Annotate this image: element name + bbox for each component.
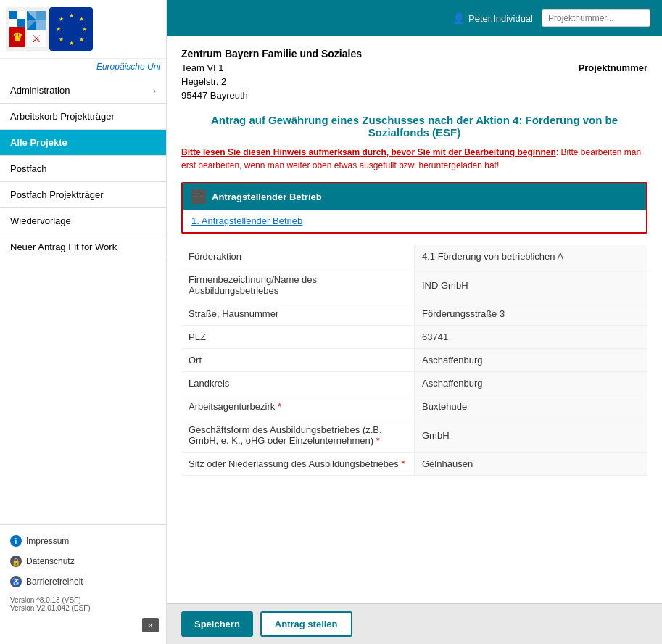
svg-rect-4 xyxy=(9,19,17,27)
form-value: 63741 xyxy=(415,326,648,349)
table-row: OrtAschaffenburg xyxy=(181,349,647,372)
sidebar-item-postfach-pt[interactable]: Postfach Projektträger xyxy=(0,182,166,208)
projektnummer-label: Projektnummer xyxy=(579,62,647,73)
svg-text:★: ★ xyxy=(56,26,61,33)
info-icon: i xyxy=(10,535,22,547)
section-title: Antragstellender Betrieb xyxy=(212,191,322,202)
section-header[interactable]: − Antragstellender Betrieb xyxy=(183,183,646,210)
content-area: Zentrum Bayern Familie und Soziales Team… xyxy=(167,36,662,644)
org-city: 95447 Bayreuth xyxy=(181,90,647,101)
collapse-sidebar-button-area: « xyxy=(0,615,166,638)
table-row: Straße, HausnummerFörderungsstraße 3 xyxy=(181,302,647,326)
org-street: Hegelstr. 2 xyxy=(181,76,647,87)
svg-text:★: ★ xyxy=(69,12,74,19)
logo-area: ♛ ⚔ ★ ★ ★ ★ ★ ★ ★ ★ xyxy=(0,0,166,59)
form-label: Förderaktion xyxy=(181,245,415,268)
sidebar-item-arbeitskorb[interactable]: Arbeitskorb Projektträger xyxy=(0,104,166,130)
svg-text:★: ★ xyxy=(79,36,84,43)
accessibility-icon: ♿ xyxy=(10,576,22,587)
form-label: Arbeitsagenturbezirk * xyxy=(181,395,415,418)
form-value: Aschaffenburg xyxy=(415,372,648,395)
user-info: 👤 Peter.Individual xyxy=(452,12,533,24)
warning-bold-text: Bitte lesen Sie diesen Hinweis aufmerksa… xyxy=(181,147,556,157)
barrierefreiheit-link[interactable]: ♿ Barrierefreiheit xyxy=(0,571,166,592)
project-number-input[interactable] xyxy=(542,9,650,27)
submit-button[interactable]: Antrag stellen xyxy=(260,611,352,637)
sidebar: ♛ ⚔ ★ ★ ★ ★ ★ ★ ★ ★ Europäische Uni Admi… xyxy=(0,0,167,644)
topbar: 👤 Peter.Individual xyxy=(167,0,662,36)
datenschutz-link[interactable]: 🔒 Datenschutz xyxy=(0,551,166,571)
svg-text:★: ★ xyxy=(59,36,64,43)
bavaria-logo: ♛ ⚔ xyxy=(6,7,49,51)
form-value: IND GmbH xyxy=(415,268,648,302)
form-value: Gelnhausen xyxy=(415,453,648,476)
eu-logo: ★ ★ ★ ★ ★ ★ ★ ★ xyxy=(49,7,93,51)
form-label: Ort xyxy=(181,349,415,372)
svg-rect-5 xyxy=(17,19,25,27)
org-name: Zentrum Bayern Familie und Soziales xyxy=(181,48,647,59)
warning-box: Bitte lesen Sie diesen Hinweis aufmerksa… xyxy=(181,146,647,172)
table-row: Arbeitsagenturbezirk *Buxtehude xyxy=(181,395,647,418)
svg-rect-3 xyxy=(17,11,25,19)
svg-text:♛: ♛ xyxy=(12,31,22,44)
form-value: 4.1 Förderung von betrieblichen A xyxy=(415,245,648,268)
form-label: Geschäftsform des Ausbildungsbetriebes (… xyxy=(181,418,415,453)
sidebar-nav: Administration › Arbeitskorb Projektträg… xyxy=(0,78,166,260)
form-value: Buxtehude xyxy=(415,395,648,418)
project-header-row: Team VI 1 Projektnummer xyxy=(181,62,647,75)
form-table: Förderaktion4.1 Förderung von betrieblic… xyxy=(181,245,647,476)
svg-text:★: ★ xyxy=(79,16,84,22)
section-link[interactable]: 1. Antragstellender Betrieb xyxy=(183,210,646,232)
version-label: Version ^8.0.13 (VSF)Version V2.01.042 (… xyxy=(0,592,166,615)
table-row: PLZ63741 xyxy=(181,326,647,349)
form-label: Firmenbezeichnung/Name des Ausbildungsbe… xyxy=(181,268,415,302)
form-label: Straße, Hausnummer xyxy=(181,302,415,326)
svg-marker-10 xyxy=(36,11,46,20)
username-label: Peter.Individual xyxy=(468,13,533,24)
table-row: Förderaktion4.1 Förderung von betrieblic… xyxy=(181,245,647,268)
svg-text:★: ★ xyxy=(82,26,87,33)
svg-text:★: ★ xyxy=(69,40,74,46)
shield-icon: 🔒 xyxy=(10,556,22,567)
antrag-title: Antrag auf Gewährung eines Zuschusses na… xyxy=(181,114,647,139)
sidebar-item-alle-projekte[interactable]: Alle Projekte xyxy=(0,130,166,156)
impressum-link[interactable]: i Impressum xyxy=(0,531,166,551)
sidebar-footer: i Impressum 🔒 Datenschutz ♿ Barrierefrei… xyxy=(0,524,166,644)
bottombar: Speichern Antrag stellen xyxy=(167,603,662,644)
svg-text:⚔: ⚔ xyxy=(32,33,41,44)
svg-rect-2 xyxy=(9,11,17,19)
chevron-right-icon: › xyxy=(153,86,156,95)
form-value: Förderungsstraße 3 xyxy=(415,302,648,326)
svg-text:★: ★ xyxy=(59,16,64,22)
sidebar-item-wiedervorlage[interactable]: Wiedervorlage xyxy=(0,208,166,234)
table-row: Firmenbezeichnung/Name des Ausbildungsbe… xyxy=(181,268,647,302)
form-value: GmbH xyxy=(415,418,648,453)
form-label: Landkreis xyxy=(181,372,415,395)
table-row: Geschäftsform des Ausbildungsbetriebes (… xyxy=(181,418,647,453)
svg-marker-12 xyxy=(36,20,46,30)
save-button[interactable]: Speichern xyxy=(181,611,253,637)
main-area: 👤 Peter.Individual Zentrum Bayern Famili… xyxy=(167,0,662,644)
form-label: Sitz oder Niederlassung des Ausbildungsb… xyxy=(181,453,415,476)
org-team: Team VI 1 xyxy=(181,62,224,73)
form-label: PLZ xyxy=(181,326,415,349)
collapse-sidebar-button[interactable]: « xyxy=(142,618,159,632)
antragstellender-betrieb-section: − Antragstellender Betrieb 1. Antragstel… xyxy=(181,182,647,234)
table-row: LandkreisAschaffenburg xyxy=(181,372,647,395)
sidebar-item-neuer-antrag[interactable]: Neuer Antrag Fit for Work xyxy=(0,234,166,260)
sidebar-item-postfach[interactable]: Postfach xyxy=(0,156,166,182)
user-icon: 👤 xyxy=(452,12,465,24)
table-row: Sitz oder Niederlassung des Ausbildungsb… xyxy=(181,453,647,476)
form-value: Aschaffenburg xyxy=(415,349,648,372)
sidebar-item-administration[interactable]: Administration › xyxy=(0,78,166,104)
collapse-section-button[interactable]: − xyxy=(191,189,206,204)
form-rows-body: Förderaktion4.1 Förderung von betrieblic… xyxy=(181,245,647,476)
eu-label: Europäische Uni xyxy=(0,59,166,78)
